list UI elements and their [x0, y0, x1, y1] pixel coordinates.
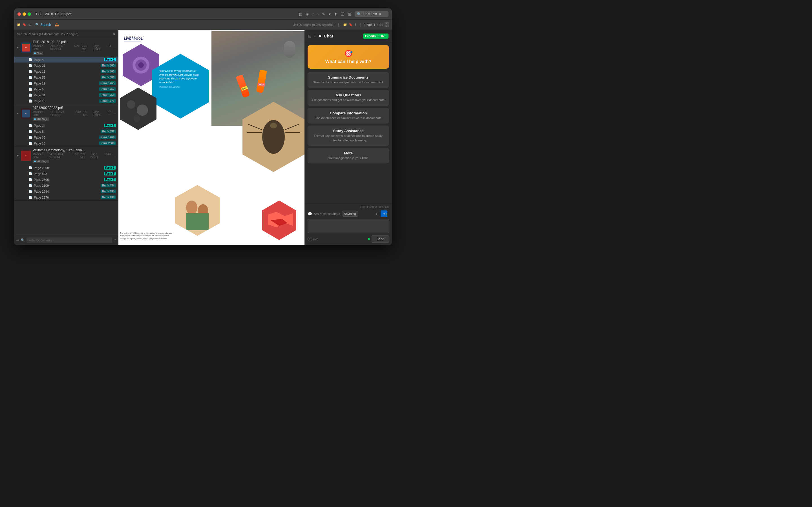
page-item-1-1[interactable]: 📄 Page 21 Rank 863 — [14, 62, 118, 68]
page-item-1-5[interactable]: 📄 Page 5 Rank 1767 — [14, 86, 118, 92]
pdf-frame: UNIVERSITY OF LIVERPOOL ZIKA — [118, 30, 305, 245]
send-button[interactable]: Send — [371, 235, 389, 243]
doc-thumbnail-3: 📕 — [21, 151, 31, 161]
viewer-content: UNIVERSITY OF LIVERPOOL ZIKA — [118, 30, 305, 245]
page-item-3-5[interactable]: 📄 Page 2376 Rank 436 — [14, 194, 118, 200]
tag-dot-2 — [34, 118, 36, 120]
ai-option-ask[interactable]: Ask Questions Ask questions and get answ… — [308, 90, 389, 105]
doc-size-label-1: Size — [74, 45, 80, 51]
filter-help-icon[interactable]: ? — [114, 238, 116, 242]
page-item-1-0[interactable]: 📄 Page 4 Rank 1 — [14, 57, 118, 62]
ask-select[interactable]: Anything — [342, 211, 358, 217]
grid-icon[interactable]: ⊞ — [348, 12, 351, 16]
university-logo: UNIVERSITY OF LIVERPOOL — [124, 36, 144, 41]
ask-row: 💬 Ask question about Anything ▾ — [308, 210, 389, 217]
ai-option-more[interactable]: More Your imagination is your limit. — [308, 148, 389, 163]
ai-panel: ⊞ + AI Chat Credits : 5.079 🎯 What can I… — [305, 30, 392, 245]
maximize-button[interactable] — [28, 12, 31, 16]
chat-input[interactable] — [308, 219, 389, 233]
doc-header-3[interactable]: ▼ 📕 Williams Hematology, 10th Editio... … — [14, 147, 118, 165]
search-icon: 🔍 — [357, 12, 361, 16]
search-results-label: Search Results (41 documents, 2582 pages… — [17, 33, 79, 36]
ai-option-study[interactable]: Study Assistance Extract key concepts or… — [308, 126, 389, 146]
sidebar-toggle-icon[interactable]: ▦ — [299, 12, 302, 16]
page-item-2-3[interactable]: 📄 Page 15 Rank 2306 — [14, 140, 118, 146]
pencil-icon[interactable]: ✎ — [322, 12, 325, 16]
ai-body: 🎯 What can I help with? Summarize Docume… — [305, 42, 392, 203]
doc-menu-1[interactable]: ··· — [112, 45, 116, 50]
tag-nav-icon[interactable]: 🏷 — [28, 23, 31, 26]
doc-name-2: 9781260233032.pdf — [33, 106, 111, 110]
info-button[interactable]: ℹ info — [308, 237, 318, 241]
collapse-icon-2[interactable]: ▼ — [16, 112, 19, 115]
search-filter-icon: 🔍 — [21, 238, 25, 242]
doc-menu-2[interactable]: ··· — [112, 111, 116, 116]
search-tab[interactable]: 🔍 Search — [33, 22, 53, 28]
collapse-icon-1[interactable]: ▼ — [16, 46, 19, 49]
page-file-icon-3-2: 📄 — [29, 178, 32, 181]
doc-header-2[interactable]: ▼ 📚 9781260233032.pdf Modified Date 18.1… — [14, 104, 118, 122]
doc-group-1: ▼ THE THE_2018_02_22.pdf Modified Date 2… — [14, 38, 118, 104]
chat-bottom-row: ℹ info Send — [308, 235, 389, 243]
app-window: THE_2018_02_22.pdf ▦ ▣ ‹ › ✎ ▾ ⬆ ☰ ⊞ 🔍 Z… — [14, 8, 392, 245]
rank-badge-3-2: Rank 7 — [104, 178, 116, 181]
ai-option-title-study: Study Assistance — [311, 129, 386, 133]
title-search-value: ZIKA Test — [363, 12, 377, 16]
page-item-2-2[interactable]: 📄 Page 36 Rank 1766 — [14, 134, 118, 140]
ai-panel-icon: ⊞ — [308, 34, 312, 38]
ai-option-compare[interactable]: Compare Information Find differences or … — [308, 108, 389, 123]
viewer: UNIVERSITY OF LIVERPOOL ZIKA — [118, 30, 305, 245]
doc-header-1[interactable]: ▼ THE THE_2018_02_22.pdf Modified Date 2… — [14, 38, 118, 57]
share-icon[interactable]: ⬆ — [334, 12, 338, 16]
add-chat-icon[interactable]: + — [314, 34, 316, 38]
collapse-icon-3[interactable]: ▼ — [16, 154, 19, 157]
ai-option-summarize[interactable]: Summarize Documents Select a document an… — [308, 72, 389, 88]
panel-toggle-icon[interactable]: ▣ — [306, 12, 309, 16]
title-search-bar[interactable]: 🔍 ZIKA Test ✕ — [355, 11, 389, 17]
page-item-2-0[interactable]: 📄 Page 14 Rank 2 — [14, 122, 118, 128]
forward-icon[interactable]: › — [317, 12, 319, 16]
list-icon[interactable]: ☰ — [341, 12, 345, 16]
minimize-button[interactable] — [22, 12, 26, 16]
page-item-3-2[interactable]: 📄 Page 2505 Rank 7 — [14, 177, 118, 182]
ask-select-button[interactable]: ▾ — [380, 210, 388, 217]
share-viewer-icon[interactable]: ⬆ — [354, 23, 357, 26]
ask-label: Ask question about — [314, 212, 340, 216]
message-bubble-icon: 💬 — [308, 212, 312, 216]
bookmark-nav-icon[interactable]: 🔖 — [22, 23, 27, 26]
close-button[interactable] — [17, 12, 21, 16]
viewer-stats: 34105 pages (0.055 seconds) — [293, 23, 335, 26]
rank-badge-1-7: Rank 1771 — [99, 99, 116, 103]
doc-info-3: Williams Hematology, 10th Editio... Modi… — [33, 148, 111, 163]
page-item-1-7[interactable]: 📄 Page 10 Rank 1771 — [14, 98, 118, 104]
page-item-1-6[interactable]: 📄 Page 31 Rank 1768 — [14, 92, 118, 98]
page-item-1-4[interactable]: 📄 Page 19 Rank 1765 — [14, 80, 118, 86]
page-item-1-2[interactable]: 📄 Page 15 Rank 865 — [14, 68, 118, 74]
svg-point-26 — [186, 201, 197, 215]
page-item-3-1[interactable]: 📄 Page 823 Rank 5 — [14, 171, 118, 177]
back-arrow-icon[interactable]: ↩ — [16, 238, 19, 242]
doc-modified-3: 14.03.2024, 05:56:14 — [49, 153, 70, 159]
doc-menu-3[interactable]: ··· — [112, 154, 116, 158]
folder-icon[interactable]: 📁 — [17, 23, 21, 26]
page-file-icon-3-1: 📄 — [29, 172, 32, 175]
sort-icon[interactable]: ⇅ — [113, 32, 115, 36]
doc-size-2: 18 MB — [83, 110, 90, 117]
page-name-1-1: Page 21 — [34, 64, 99, 67]
page-item-3-4[interactable]: 📄 Page 2294 Rank 435 — [14, 188, 118, 194]
page-item-2-1[interactable]: 📄 Page 8 Rank 832 — [14, 128, 118, 134]
target-icon: 🎯 — [312, 50, 385, 57]
back-icon[interactable]: ‹ — [313, 12, 314, 16]
page-item-1-3[interactable]: 📄 Page 55 Rank 866 — [14, 74, 118, 80]
bookmark-viewer-icon[interactable]: 🔖 — [349, 23, 353, 26]
page-stepper[interactable]: ▲ ▼ — [385, 22, 389, 27]
folder-viewer-icon[interactable]: 📁 — [343, 23, 347, 26]
pool-nav-icon[interactable]: 📥 — [55, 23, 59, 26]
doc-size-3: 299 MB — [80, 153, 88, 159]
clear-search-icon[interactable]: ✕ — [378, 12, 381, 16]
page-item-3-0[interactable]: 📄 Page 2508 Rank 3 — [14, 165, 118, 171]
filter-input[interactable] — [27, 237, 112, 243]
page-item-3-3[interactable]: 📄 Page 2109 Rank 434 — [14, 182, 118, 188]
dropdown-icon[interactable]: ▾ — [329, 12, 331, 16]
rank-badge-1-1: Rank 863 — [101, 64, 116, 67]
